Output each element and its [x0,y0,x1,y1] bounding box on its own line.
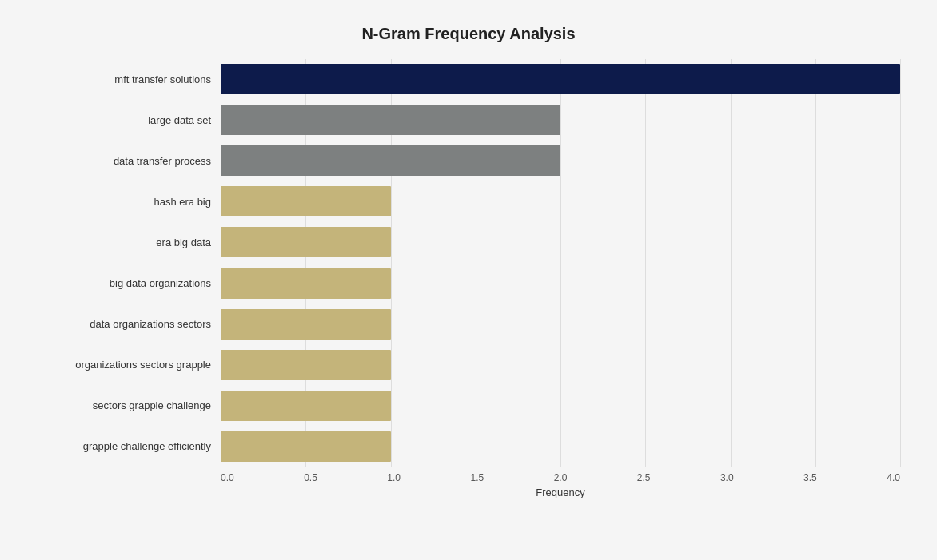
bar-cell [221,181,900,222]
bar-cell [221,344,900,385]
bar-cell [221,141,900,181]
bar-cell [221,385,900,426]
bar-label: large data set [37,100,221,141]
bar-cell [221,304,900,344]
bar-rect [221,105,560,135]
x-tick-label: 0.0 [221,472,234,483]
bar-label: hash era big [37,181,221,222]
bar-rect [221,431,391,462]
labels-column: mft transfer solutionslarge data setdata… [37,59,221,467]
bar-rect [221,309,391,340]
bar-label: era big data [37,222,221,263]
bar-rect [221,227,391,257]
grid-line [900,59,901,467]
x-tick-label: 2.0 [554,472,568,483]
x-axis-label: Frequency [221,487,900,498]
bar-cell [221,59,900,100]
x-tick-label: 0.5 [304,472,317,483]
bar-cell [221,426,900,467]
bar-label: data transfer process [37,141,221,181]
x-axis-ticks: 0.00.51.01.52.02.53.03.54.0 [221,467,900,483]
bar-rect [221,145,560,176]
x-tick-label: 3.5 [803,472,817,483]
bar-cell [221,263,900,304]
chart-container: N-Gram Frequency Analysis mft transfer s… [13,9,924,552]
bars-column [221,59,900,467]
bar-cell [221,222,900,263]
bar-label: grapple challenge efficiently [37,426,221,467]
bar-rect [221,391,391,421]
bar-rect [221,350,391,380]
bar-rect [221,186,391,216]
x-tick-label: 3.0 [720,472,734,483]
bar-rect [221,268,391,299]
bar-label: sectors grapple challenge [37,385,221,426]
bar-rect [221,64,900,94]
x-tick-label: 1.5 [470,472,484,483]
bar-label: data organizations sectors [37,304,221,344]
x-tick-label: 1.0 [387,472,401,483]
bar-label: mft transfer solutions [37,59,221,100]
x-tick-label: 4.0 [887,472,900,483]
bar-label: big data organizations [37,263,221,304]
chart-title: N-Gram Frequency Analysis [37,25,900,43]
bar-cell [221,100,900,141]
bar-label: organizations sectors grapple [37,344,221,385]
x-tick-label: 2.5 [637,472,651,483]
